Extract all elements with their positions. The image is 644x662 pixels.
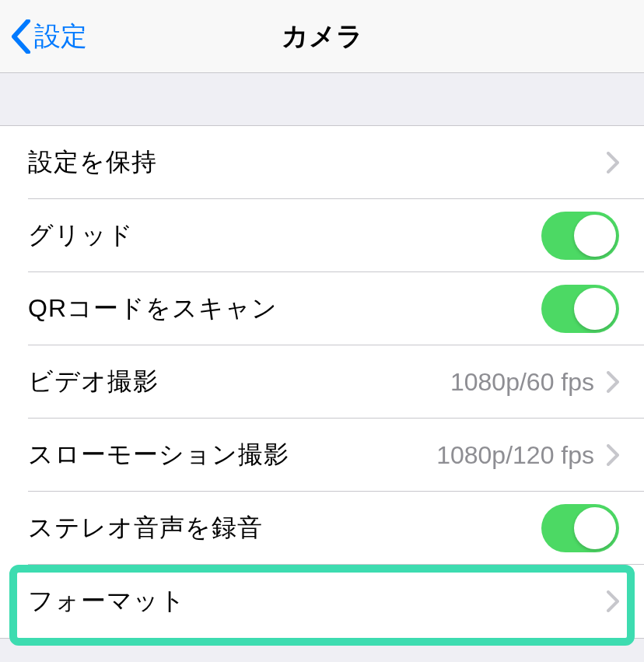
row-label: スローモーション撮影 — [28, 438, 289, 472]
chevron-right-icon — [607, 444, 619, 466]
toggle-knob — [574, 215, 616, 257]
chevron-right-icon — [607, 590, 619, 612]
settings-list: 設定を保持 グリッド QRコードをスキャン ビデオ撮影 1080p/60 fps — [0, 126, 644, 639]
back-button[interactable]: 設定 — [11, 19, 87, 54]
toggle-knob — [574, 288, 616, 330]
row-preserve-settings[interactable]: 設定を保持 — [0, 126, 644, 199]
row-label: ビデオ撮影 — [28, 365, 159, 399]
row-slomo-record[interactable]: スローモーション撮影 1080p/120 fps — [0, 419, 644, 492]
row-label: フォーマット — [28, 584, 186, 618]
toggle-qr[interactable] — [541, 285, 619, 333]
row-qr-scan[interactable]: QRコードをスキャン — [0, 272, 644, 345]
row-stereo-audio[interactable]: ステレオ音声を録音 — [0, 492, 644, 565]
row-label: ステレオ音声を録音 — [28, 511, 263, 545]
row-value: 1080p/120 fps — [436, 441, 594, 470]
row-label: 設定を保持 — [28, 145, 157, 180]
row-label: QRコードをスキャン — [28, 292, 278, 326]
row-grid[interactable]: グリッド — [0, 199, 644, 272]
row-format[interactable]: フォーマット — [0, 565, 644, 638]
navbar: 設定 カメラ — [0, 0, 644, 73]
toggle-grid[interactable] — [541, 212, 619, 260]
chevron-right-icon — [607, 152, 619, 173]
chevron-left-icon — [11, 19, 31, 54]
chevron-right-icon — [607, 371, 619, 393]
row-label: グリッド — [28, 219, 134, 253]
row-value: 1080p/60 fps — [450, 368, 594, 397]
page-title: カメラ — [282, 19, 363, 54]
toggle-knob — [574, 507, 616, 549]
row-video-record[interactable]: ビデオ撮影 1080p/60 fps — [0, 345, 644, 419]
section-spacer — [0, 73, 644, 126]
back-label: 設定 — [34, 19, 87, 54]
toggle-stereo[interactable] — [541, 504, 619, 552]
